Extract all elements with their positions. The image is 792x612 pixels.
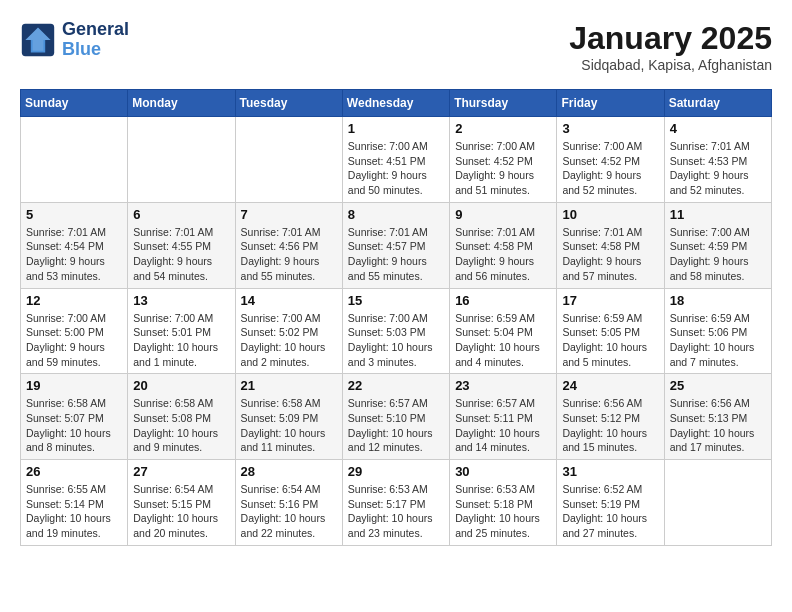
calendar-cell: 8Sunrise: 7:01 AM Sunset: 4:57 PM Daylig… [342, 202, 449, 288]
calendar-cell: 18Sunrise: 6:59 AM Sunset: 5:06 PM Dayli… [664, 288, 771, 374]
day-info: Sunrise: 7:01 AM Sunset: 4:54 PM Dayligh… [26, 225, 122, 284]
location: Sidqabad, Kapisa, Afghanistan [569, 57, 772, 73]
day-number: 12 [26, 293, 122, 308]
day-number: 16 [455, 293, 551, 308]
day-info: Sunrise: 7:00 AM Sunset: 5:03 PM Dayligh… [348, 311, 444, 370]
day-info: Sunrise: 7:01 AM Sunset: 4:58 PM Dayligh… [455, 225, 551, 284]
calendar-cell: 11Sunrise: 7:00 AM Sunset: 4:59 PM Dayli… [664, 202, 771, 288]
calendar-cell: 17Sunrise: 6:59 AM Sunset: 5:05 PM Dayli… [557, 288, 664, 374]
weekday-header-friday: Friday [557, 90, 664, 117]
calendar-cell: 4Sunrise: 7:01 AM Sunset: 4:53 PM Daylig… [664, 117, 771, 203]
logo-text: General Blue [62, 20, 129, 60]
day-info: Sunrise: 7:00 AM Sunset: 5:00 PM Dayligh… [26, 311, 122, 370]
weekday-header-thursday: Thursday [450, 90, 557, 117]
day-info: Sunrise: 7:00 AM Sunset: 4:59 PM Dayligh… [670, 225, 766, 284]
day-number: 8 [348, 207, 444, 222]
weekday-header-sunday: Sunday [21, 90, 128, 117]
day-number: 20 [133, 378, 229, 393]
day-number: 28 [241, 464, 337, 479]
day-number: 14 [241, 293, 337, 308]
day-number: 9 [455, 207, 551, 222]
calendar-cell: 15Sunrise: 7:00 AM Sunset: 5:03 PM Dayli… [342, 288, 449, 374]
day-info: Sunrise: 7:00 AM Sunset: 4:52 PM Dayligh… [562, 139, 658, 198]
day-number: 31 [562, 464, 658, 479]
calendar-cell: 6Sunrise: 7:01 AM Sunset: 4:55 PM Daylig… [128, 202, 235, 288]
weekday-header-row: SundayMondayTuesdayWednesdayThursdayFrid… [21, 90, 772, 117]
calendar-week-row: 26Sunrise: 6:55 AM Sunset: 5:14 PM Dayli… [21, 460, 772, 546]
day-info: Sunrise: 6:59 AM Sunset: 5:05 PM Dayligh… [562, 311, 658, 370]
calendar-cell: 28Sunrise: 6:54 AM Sunset: 5:16 PM Dayli… [235, 460, 342, 546]
calendar-cell: 1Sunrise: 7:00 AM Sunset: 4:51 PM Daylig… [342, 117, 449, 203]
day-info: Sunrise: 7:01 AM Sunset: 4:53 PM Dayligh… [670, 139, 766, 198]
calendar-cell: 3Sunrise: 7:00 AM Sunset: 4:52 PM Daylig… [557, 117, 664, 203]
day-number: 15 [348, 293, 444, 308]
month-title: January 2025 [569, 20, 772, 57]
day-info: Sunrise: 6:57 AM Sunset: 5:10 PM Dayligh… [348, 396, 444, 455]
logo-icon [20, 22, 56, 58]
day-number: 3 [562, 121, 658, 136]
day-info: Sunrise: 7:01 AM Sunset: 4:57 PM Dayligh… [348, 225, 444, 284]
calendar-cell: 25Sunrise: 6:56 AM Sunset: 5:13 PM Dayli… [664, 374, 771, 460]
calendar-cell [235, 117, 342, 203]
day-info: Sunrise: 7:00 AM Sunset: 5:02 PM Dayligh… [241, 311, 337, 370]
day-info: Sunrise: 7:00 AM Sunset: 4:52 PM Dayligh… [455, 139, 551, 198]
day-info: Sunrise: 6:56 AM Sunset: 5:13 PM Dayligh… [670, 396, 766, 455]
day-info: Sunrise: 6:55 AM Sunset: 5:14 PM Dayligh… [26, 482, 122, 541]
logo: General Blue [20, 20, 129, 60]
day-number: 24 [562, 378, 658, 393]
day-info: Sunrise: 6:53 AM Sunset: 5:17 PM Dayligh… [348, 482, 444, 541]
day-number: 6 [133, 207, 229, 222]
day-info: Sunrise: 7:01 AM Sunset: 4:56 PM Dayligh… [241, 225, 337, 284]
day-info: Sunrise: 6:57 AM Sunset: 5:11 PM Dayligh… [455, 396, 551, 455]
calendar-cell: 26Sunrise: 6:55 AM Sunset: 5:14 PM Dayli… [21, 460, 128, 546]
calendar-week-row: 5Sunrise: 7:01 AM Sunset: 4:54 PM Daylig… [21, 202, 772, 288]
weekday-header-tuesday: Tuesday [235, 90, 342, 117]
day-number: 4 [670, 121, 766, 136]
calendar-cell: 2Sunrise: 7:00 AM Sunset: 4:52 PM Daylig… [450, 117, 557, 203]
day-info: Sunrise: 6:58 AM Sunset: 5:07 PM Dayligh… [26, 396, 122, 455]
calendar-cell: 29Sunrise: 6:53 AM Sunset: 5:17 PM Dayli… [342, 460, 449, 546]
calendar-cell: 7Sunrise: 7:01 AM Sunset: 4:56 PM Daylig… [235, 202, 342, 288]
day-number: 29 [348, 464, 444, 479]
day-info: Sunrise: 6:58 AM Sunset: 5:08 PM Dayligh… [133, 396, 229, 455]
day-info: Sunrise: 6:52 AM Sunset: 5:19 PM Dayligh… [562, 482, 658, 541]
day-info: Sunrise: 6:54 AM Sunset: 5:16 PM Dayligh… [241, 482, 337, 541]
calendar-cell [21, 117, 128, 203]
day-info: Sunrise: 7:01 AM Sunset: 4:55 PM Dayligh… [133, 225, 229, 284]
calendar-cell: 5Sunrise: 7:01 AM Sunset: 4:54 PM Daylig… [21, 202, 128, 288]
calendar-cell: 9Sunrise: 7:01 AM Sunset: 4:58 PM Daylig… [450, 202, 557, 288]
day-number: 19 [26, 378, 122, 393]
day-info: Sunrise: 6:58 AM Sunset: 5:09 PM Dayligh… [241, 396, 337, 455]
calendar-cell: 30Sunrise: 6:53 AM Sunset: 5:18 PM Dayli… [450, 460, 557, 546]
page-header: General Blue January 2025 Sidqabad, Kapi… [20, 20, 772, 73]
calendar-week-row: 1Sunrise: 7:00 AM Sunset: 4:51 PM Daylig… [21, 117, 772, 203]
calendar-cell: 10Sunrise: 7:01 AM Sunset: 4:58 PM Dayli… [557, 202, 664, 288]
calendar-cell: 14Sunrise: 7:00 AM Sunset: 5:02 PM Dayli… [235, 288, 342, 374]
calendar-cell: 27Sunrise: 6:54 AM Sunset: 5:15 PM Dayli… [128, 460, 235, 546]
day-number: 5 [26, 207, 122, 222]
day-number: 7 [241, 207, 337, 222]
day-number: 25 [670, 378, 766, 393]
calendar-cell: 19Sunrise: 6:58 AM Sunset: 5:07 PM Dayli… [21, 374, 128, 460]
calendar-cell: 23Sunrise: 6:57 AM Sunset: 5:11 PM Dayli… [450, 374, 557, 460]
weekday-header-wednesday: Wednesday [342, 90, 449, 117]
title-block: January 2025 Sidqabad, Kapisa, Afghanist… [569, 20, 772, 73]
calendar-cell [664, 460, 771, 546]
calendar-week-row: 19Sunrise: 6:58 AM Sunset: 5:07 PM Dayli… [21, 374, 772, 460]
day-number: 11 [670, 207, 766, 222]
day-number: 27 [133, 464, 229, 479]
calendar-cell: 22Sunrise: 6:57 AM Sunset: 5:10 PM Dayli… [342, 374, 449, 460]
day-number: 1 [348, 121, 444, 136]
day-number: 30 [455, 464, 551, 479]
day-info: Sunrise: 6:53 AM Sunset: 5:18 PM Dayligh… [455, 482, 551, 541]
day-number: 18 [670, 293, 766, 308]
day-info: Sunrise: 7:00 AM Sunset: 4:51 PM Dayligh… [348, 139, 444, 198]
day-number: 26 [26, 464, 122, 479]
day-number: 13 [133, 293, 229, 308]
day-number: 17 [562, 293, 658, 308]
calendar-cell: 13Sunrise: 7:00 AM Sunset: 5:01 PM Dayli… [128, 288, 235, 374]
day-number: 23 [455, 378, 551, 393]
calendar-cell: 16Sunrise: 6:59 AM Sunset: 5:04 PM Dayli… [450, 288, 557, 374]
calendar-cell: 12Sunrise: 7:00 AM Sunset: 5:00 PM Dayli… [21, 288, 128, 374]
day-number: 10 [562, 207, 658, 222]
